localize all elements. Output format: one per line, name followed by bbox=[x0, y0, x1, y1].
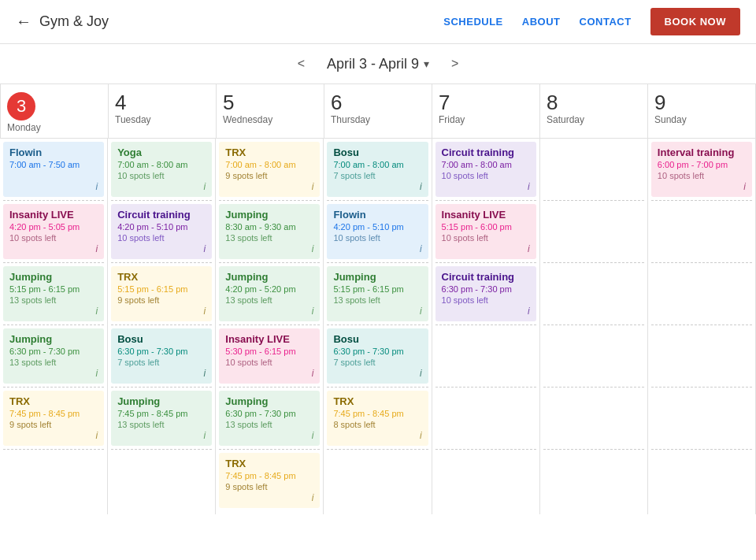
class-card[interactable]: Bosu6:30 pm - 7:30 pm7 spots lefti bbox=[327, 328, 428, 384]
class-time: 4:20 pm - 5:10 pm bbox=[117, 222, 206, 232]
class-card[interactable]: TRX5:15 pm - 6:15 pm9 spots lefti bbox=[111, 266, 212, 321]
next-week-button[interactable]: > bbox=[445, 54, 465, 74]
info-icon[interactable]: i bbox=[312, 306, 314, 317]
class-spots: 8 spots left bbox=[333, 420, 421, 429]
nav-schedule[interactable]: SCHEDULE bbox=[443, 16, 503, 28]
info-icon[interactable]: i bbox=[420, 181, 422, 192]
day-number-friday: 7 bbox=[439, 92, 533, 113]
class-spots: 10 spots left bbox=[658, 171, 746, 180]
class-card[interactable]: Jumping6:30 pm - 7:30 pm13 spots lefti bbox=[219, 391, 320, 446]
class-card[interactable]: TRX7:45 pm - 8:45 pm8 spots lefti bbox=[327, 391, 428, 446]
day-number-sunday: 9 bbox=[654, 92, 749, 113]
info-icon[interactable]: i bbox=[420, 306, 422, 317]
class-card[interactable]: Insanity LIVE4:20 pm - 5:05 pm10 spots l… bbox=[3, 204, 104, 259]
book-now-button[interactable]: BOOK NOW bbox=[650, 8, 740, 35]
info-icon[interactable]: i bbox=[420, 368, 422, 379]
empty-slot bbox=[651, 204, 752, 259]
class-card[interactable]: Yoga7:00 am - 8:00 am10 spots lefti bbox=[111, 142, 212, 197]
class-spots: 10 spots left bbox=[9, 233, 98, 243]
class-name: TRX bbox=[117, 271, 206, 283]
class-card[interactable]: TRX7:45 pm - 8:45 pm9 spots lefti bbox=[219, 453, 320, 508]
info-icon[interactable]: i bbox=[743, 181, 746, 192]
week-nav: < April 3 - April 9 ▾ > bbox=[0, 44, 756, 84]
class-spots: 13 spots left bbox=[225, 420, 313, 429]
class-name: Jumping bbox=[225, 395, 313, 407]
class-card[interactable]: Bosu6:30 pm - 7:30 pm7 spots lefti bbox=[111, 328, 212, 384]
class-card[interactable]: Circuit training6:30 pm - 7:30 pm10 spot… bbox=[435, 266, 536, 321]
class-card[interactable]: Interval training6:00 pm - 7:00 pm10 spo… bbox=[651, 142, 752, 197]
prev-week-button[interactable]: < bbox=[291, 54, 311, 74]
class-time: 5:15 pm - 6:15 pm bbox=[117, 284, 206, 294]
info-icon[interactable]: i bbox=[312, 430, 314, 441]
info-icon[interactable]: i bbox=[204, 430, 206, 441]
info-icon[interactable]: i bbox=[528, 306, 530, 317]
empty-slot bbox=[435, 328, 536, 384]
class-card[interactable]: Jumping6:30 pm - 7:30 pm13 spots lefti bbox=[3, 328, 104, 384]
info-icon[interactable]: i bbox=[95, 243, 98, 254]
info-icon[interactable]: i bbox=[204, 306, 206, 317]
week-dropdown-icon[interactable]: ▾ bbox=[424, 57, 429, 70]
day-number-wednesday: 5 bbox=[223, 92, 317, 113]
class-name: Bosu bbox=[333, 146, 421, 158]
info-icon[interactable]: i bbox=[95, 368, 98, 379]
day-header-sunday: 9Sunday bbox=[648, 84, 756, 139]
info-icon[interactable]: i bbox=[312, 492, 314, 503]
class-card[interactable]: Jumping8:30 am - 9:30 am13 spots lefti bbox=[219, 204, 320, 259]
class-spots: 10 spots left bbox=[117, 233, 206, 243]
day-events-monday: Flowin7:00 am - 7:50 amiInsanity LIVE4:2… bbox=[0, 139, 108, 514]
class-spots: 9 spots left bbox=[225, 171, 313, 180]
empty-slot bbox=[435, 453, 536, 508]
info-icon[interactable]: i bbox=[204, 368, 206, 379]
info-icon[interactable]: i bbox=[95, 306, 98, 317]
calendar-header: 3Monday4Tuesday5Wednesday6Thursday7Frida… bbox=[0, 84, 756, 139]
class-card[interactable]: Insanity LIVE5:15 pm - 6:00 pm10 spots l… bbox=[435, 204, 536, 259]
info-icon[interactable]: i bbox=[312, 243, 314, 254]
class-name: Flowin bbox=[9, 146, 98, 158]
info-icon[interactable]: i bbox=[312, 181, 314, 192]
info-icon[interactable]: i bbox=[420, 243, 422, 254]
info-icon[interactable]: i bbox=[204, 243, 206, 254]
empty-slot bbox=[543, 266, 644, 321]
info-icon[interactable]: i bbox=[312, 368, 314, 379]
class-card[interactable]: TRX7:45 pm - 8:45 pm9 spots lefti bbox=[3, 391, 104, 446]
class-card[interactable]: Bosu7:00 am - 8:00 am7 spots lefti bbox=[327, 142, 428, 197]
week-title: April 3 - April 9 ▾ bbox=[327, 56, 429, 72]
day-name-thursday: Thursday bbox=[331, 114, 425, 125]
main-nav: SCHEDULE ABOUT CONTACT BOOK NOW bbox=[443, 8, 740, 35]
day-name-saturday: Saturday bbox=[547, 114, 641, 125]
info-icon[interactable]: i bbox=[95, 430, 98, 441]
class-time: 6:00 pm - 7:00 pm bbox=[658, 160, 746, 169]
info-icon[interactable]: i bbox=[95, 181, 98, 192]
class-time: 7:45 pm - 8:45 pm bbox=[333, 409, 421, 418]
class-spots: 10 spots left bbox=[333, 233, 421, 243]
class-spots: 7 spots left bbox=[117, 358, 206, 367]
info-icon[interactable]: i bbox=[204, 181, 206, 192]
class-card[interactable]: Jumping5:15 pm - 6:15 pm13 spots lefti bbox=[327, 266, 428, 321]
back-button[interactable]: ← bbox=[16, 13, 32, 31]
day-header-thursday: 6Thursday bbox=[324, 84, 432, 139]
class-name: Jumping bbox=[9, 333, 98, 345]
class-card[interactable]: Circuit training7:00 am - 8:00 am10 spot… bbox=[435, 142, 536, 197]
info-icon[interactable]: i bbox=[528, 181, 530, 192]
class-name: TRX bbox=[9, 395, 98, 407]
info-icon[interactable]: i bbox=[528, 243, 530, 254]
class-card[interactable]: Jumping5:15 pm - 6:15 pm13 spots lefti bbox=[3, 266, 104, 321]
class-card[interactable]: Insanity LIVE5:30 pm - 6:15 pm10 spots l… bbox=[219, 328, 320, 384]
class-card[interactable]: Jumping4:20 pm - 5:20 pm13 spots lefti bbox=[219, 266, 320, 321]
class-card[interactable]: Flowin7:00 am - 7:50 ami bbox=[3, 142, 104, 197]
nav-about[interactable]: ABOUT bbox=[522, 16, 561, 28]
info-icon[interactable]: i bbox=[420, 430, 422, 441]
day-name-sunday: Sunday bbox=[654, 114, 749, 125]
nav-contact[interactable]: CONTACT bbox=[580, 16, 632, 28]
empty-slot bbox=[543, 328, 644, 384]
class-time: 6:30 pm - 7:30 pm bbox=[333, 347, 421, 356]
class-card[interactable]: TRX7:00 am - 8:00 am9 spots lefti bbox=[219, 142, 320, 197]
day-header-saturday: 8Saturday bbox=[540, 84, 648, 139]
class-card[interactable]: Flowin4:20 pm - 5:10 pm10 spots lefti bbox=[327, 204, 428, 259]
class-card[interactable]: Circuit training4:20 pm - 5:10 pm10 spot… bbox=[111, 204, 212, 259]
class-card[interactable]: Jumping7:45 pm - 8:45 pm13 spots lefti bbox=[111, 391, 212, 446]
empty-slot bbox=[543, 391, 644, 446]
empty-slot bbox=[111, 453, 212, 508]
class-name: Insanity LIVE bbox=[442, 209, 530, 221]
class-time: 7:45 pm - 8:45 pm bbox=[225, 471, 313, 480]
